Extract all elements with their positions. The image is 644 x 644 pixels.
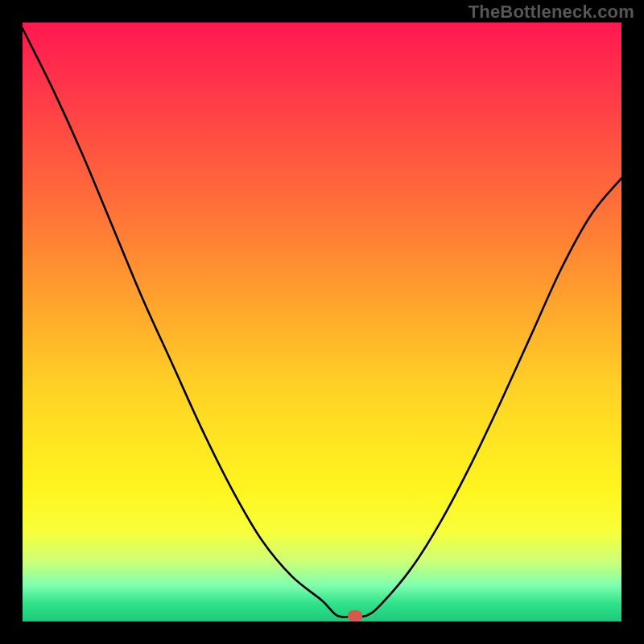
chart-frame: TheBottleneck.com [0, 0, 644, 644]
optimal-point-marker [348, 610, 362, 621]
bottleneck-curve [23, 23, 621, 621]
plot-area [23, 23, 621, 621]
watermark-text: TheBottleneck.com [469, 2, 634, 23]
